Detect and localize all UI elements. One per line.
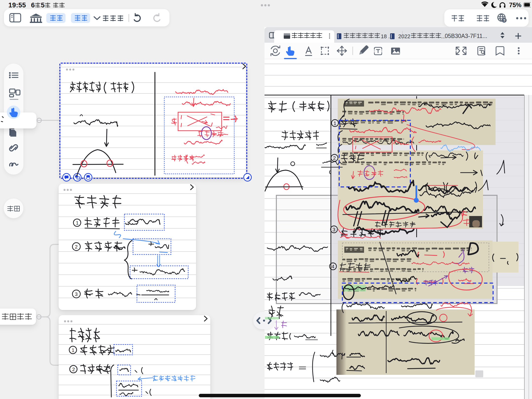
svg-text:2: 2 (333, 155, 336, 161)
svg-text:1: 1 (333, 120, 336, 126)
svg-text:3: 3 (332, 227, 335, 232)
svg-text:4: 4 (332, 264, 334, 269)
